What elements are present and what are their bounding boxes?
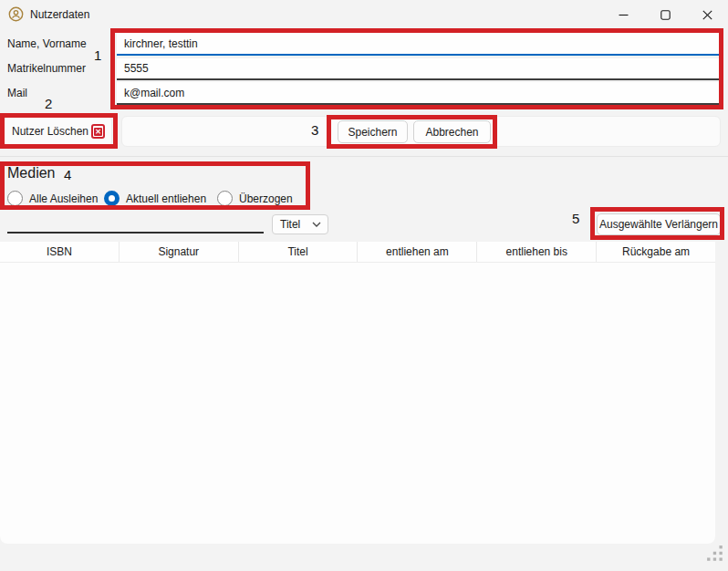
- resize-grip[interactable]: [706, 545, 724, 563]
- column-header-rueckgabe-am[interactable]: Rückgabe am: [596, 242, 715, 262]
- annotation-number-5: 5: [572, 211, 579, 226]
- radio-label: Aktuell entliehen: [126, 192, 206, 205]
- matrikelnummer-field-label: Matrikelnummer: [7, 62, 86, 75]
- name-field[interactable]: [117, 33, 719, 56]
- chevron-down-icon: [312, 222, 321, 227]
- delete-user-label: Nutzer Löschen: [12, 125, 88, 138]
- window-controls: [602, 0, 728, 29]
- column-header-isbn[interactable]: ISBN: [0, 242, 119, 262]
- annotation-number-1: 1: [94, 47, 101, 63]
- medien-heading: Medien: [7, 165, 55, 182]
- extend-selected-button[interactable]: Ausgewählte Verlängern: [597, 213, 721, 235]
- titlebar: Nutzerdaten: [0, 0, 728, 29]
- mail-field[interactable]: [117, 82, 719, 105]
- delete-x-icon: ✕: [91, 124, 105, 139]
- minimize-button[interactable]: [602, 0, 644, 29]
- media-search-input[interactable]: [7, 213, 264, 234]
- maximize-icon: [660, 10, 671, 20]
- radio-label: Alle Ausleihen: [29, 192, 98, 205]
- radio-circle: [7, 191, 23, 206]
- column-header-entliehen-am[interactable]: entliehen am: [357, 242, 476, 262]
- filter-dropdown-value: Titel: [280, 218, 300, 231]
- annotation-number-2: 2: [45, 96, 52, 111]
- delete-user-button[interactable]: Nutzer Löschen ✕: [4, 116, 112, 147]
- save-button[interactable]: Speichern: [338, 120, 408, 143]
- media-table-body: [0, 263, 715, 544]
- radio-circle: [104, 191, 120, 206]
- column-header-entliehen-bis[interactable]: entliehen bis: [476, 242, 596, 262]
- person-circle-icon: [8, 6, 24, 22]
- column-header-signatur[interactable]: Signatur: [119, 242, 238, 262]
- filter-dropdown[interactable]: Titel: [272, 214, 328, 234]
- annotation-number-4: 4: [64, 167, 71, 182]
- close-button[interactable]: [686, 0, 728, 29]
- nutzerdaten-window: Nutzerdaten Name, Vorname Matrikelnummer…: [0, 0, 728, 571]
- media-table-header: ISBN Signatur Titel entliehen am entlieh…: [0, 242, 715, 263]
- cancel-button[interactable]: Abbrechen: [413, 120, 491, 143]
- radio-ueberzogen[interactable]: Überzogen: [217, 191, 293, 206]
- close-icon: [702, 10, 712, 20]
- name-field-label: Name, Vorname: [7, 37, 87, 50]
- column-header-titel[interactable]: Titel: [238, 242, 358, 262]
- matrikelnummer-field[interactable]: [117, 58, 719, 80]
- radio-alle-ausleihen[interactable]: Alle Ausleihen: [7, 191, 98, 206]
- radio-circle: [217, 191, 233, 206]
- maximize-button[interactable]: [644, 0, 686, 29]
- mail-field-label: Mail: [7, 87, 27, 99]
- window-title: Nutzerdaten: [30, 8, 89, 21]
- section-divider: [0, 156, 728, 157]
- radio-aktuell-entliehen[interactable]: Aktuell entliehen: [104, 191, 206, 206]
- radio-label: Überzogen: [239, 192, 293, 205]
- minimize-icon: [619, 10, 629, 20]
